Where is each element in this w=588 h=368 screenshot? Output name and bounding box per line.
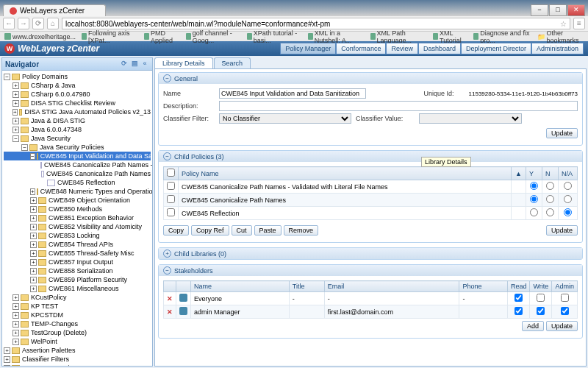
tree-node[interactable]: +CWE859 Platform Security bbox=[4, 275, 151, 284]
window-maximize[interactable]: □ bbox=[549, 4, 567, 16]
add-button[interactable]: Add bbox=[522, 321, 544, 331]
menu-button[interactable]: ≡ bbox=[573, 18, 585, 29]
tree-toggle[interactable]: + bbox=[30, 286, 37, 292]
tree-toggle[interactable]: + bbox=[12, 82, 19, 89]
copy-ref-button[interactable]: Copy Ref bbox=[191, 225, 229, 236]
tree-node[interactable]: +Governor Mappings bbox=[4, 364, 151, 366]
tree-toggle[interactable]: + bbox=[12, 109, 18, 116]
table-row[interactable]: CWE845 Canonicalize Path Names - Validat… bbox=[164, 180, 578, 194]
radio-n[interactable] bbox=[546, 195, 554, 203]
tree-node[interactable]: +KP TEST bbox=[4, 302, 151, 311]
collapse-icon[interactable]: − bbox=[163, 74, 171, 82]
classifier-filter-select[interactable]: No Classifier bbox=[219, 113, 351, 124]
tree-node[interactable]: +KPCSTDM bbox=[4, 311, 151, 319]
window-close[interactable]: ✕ bbox=[567, 4, 585, 16]
tree-node[interactable]: +CSharp 6.0.0.47980 bbox=[4, 90, 151, 99]
tree-toggle[interactable]: + bbox=[30, 206, 37, 213]
bookmark-link[interactable]: XPath tutorial - basi... bbox=[247, 29, 302, 44]
table-row[interactable]: ✕admin Managerfirst.last@domain.com bbox=[164, 305, 578, 319]
select-all-checkbox[interactable] bbox=[167, 169, 175, 177]
tree-node[interactable]: CWE845 Canonicalize Path Names - Validat… bbox=[4, 160, 151, 169]
admin-checkbox[interactable] bbox=[561, 307, 569, 315]
tab-library-details[interactable]: Library Details bbox=[154, 57, 213, 68]
cut-button[interactable]: Cut bbox=[232, 225, 252, 236]
radio-na[interactable] bbox=[564, 208, 572, 216]
radio-y[interactable] bbox=[530, 182, 538, 190]
tree-toggle[interactable]: + bbox=[12, 127, 19, 133]
copy-button[interactable]: Copy bbox=[163, 225, 189, 236]
collapse-icon[interactable]: « bbox=[140, 60, 149, 68]
tree-node[interactable]: +DISA STIG Checklist Review bbox=[4, 99, 151, 107]
radio-y[interactable] bbox=[530, 208, 538, 216]
bookmark-link[interactable]: XML Tutorial bbox=[433, 29, 467, 44]
tree-toggle[interactable]: + bbox=[4, 356, 10, 363]
read-checkbox[interactable] bbox=[514, 307, 523, 315]
nav-policy-manager[interactable]: Policy Manager bbox=[280, 43, 336, 54]
tree-node[interactable]: −Java Security bbox=[4, 134, 151, 143]
reload-button[interactable]: ⟳ bbox=[32, 18, 44, 29]
tree-toggle[interactable]: + bbox=[30, 197, 37, 204]
write-checkbox[interactable] bbox=[537, 294, 545, 302]
tree-node[interactable]: +TEMP-Changes bbox=[4, 319, 151, 328]
table-row[interactable]: CWE845 Reflection bbox=[164, 207, 578, 220]
back-button[interactable]: ← bbox=[3, 18, 15, 29]
description-input[interactable] bbox=[219, 101, 578, 111]
tab-search[interactable]: Search bbox=[214, 57, 251, 68]
table-row[interactable]: ✕Everyone--- bbox=[164, 292, 578, 305]
forward-button[interactable]: → bbox=[18, 18, 29, 29]
address-bar[interactable]: localhost:8080/weblayers-center/web/main… bbox=[62, 18, 570, 29]
tree-toggle[interactable]: + bbox=[30, 259, 37, 266]
tree-node[interactable]: +CWE855 Thread-Safety Misc bbox=[4, 249, 151, 258]
tree-toggle[interactable]: + bbox=[30, 250, 37, 257]
update-button[interactable]: Update bbox=[546, 321, 578, 331]
tree-node[interactable]: +Classifier Filters bbox=[4, 355, 151, 364]
window-minimize[interactable]: − bbox=[531, 4, 548, 16]
delete-icon[interactable]: ✕ bbox=[167, 295, 173, 302]
radio-y[interactable] bbox=[530, 195, 538, 203]
update-button[interactable]: Update bbox=[546, 225, 578, 236]
bookmark-link[interactable]: Diagnose and fix pro... bbox=[473, 29, 531, 44]
tree-toggle[interactable]: + bbox=[12, 91, 19, 98]
bookmark-star-icon[interactable]: ☆ bbox=[560, 20, 567, 28]
tree-node[interactable]: +CWE861 Miscellaneous bbox=[4, 284, 151, 293]
tree-toggle[interactable]: − bbox=[12, 135, 19, 142]
radio-na[interactable] bbox=[564, 182, 572, 190]
home-button[interactable]: ⌂ bbox=[47, 18, 59, 29]
tree-toggle[interactable]: + bbox=[12, 303, 19, 310]
table-row[interactable]: CWE845 Canonicalize Path Names bbox=[164, 194, 578, 207]
tree-toggle[interactable]: + bbox=[12, 321, 19, 328]
tree[interactable]: −Policy Domains +CSharp & Java+CSharp 6.… bbox=[2, 71, 152, 366]
nav-review[interactable]: Review bbox=[386, 43, 418, 54]
tree-node[interactable]: +Java & DISA STIG bbox=[4, 116, 151, 125]
tree-node[interactable]: +CWE857 Input Output bbox=[4, 258, 151, 266]
radio-n[interactable] bbox=[546, 182, 554, 190]
tree-node[interactable]: +Assertion Palettes bbox=[4, 346, 151, 355]
tree-toggle[interactable]: + bbox=[30, 233, 37, 239]
tree-toggle[interactable]: + bbox=[4, 365, 10, 367]
tree-toggle[interactable]: + bbox=[12, 118, 19, 124]
tree-toggle[interactable]: − bbox=[4, 74, 10, 80]
nav-conformance[interactable]: Conformance bbox=[336, 43, 386, 54]
tree-node[interactable]: +CWE853 Locking bbox=[4, 231, 151, 240]
row-checkbox[interactable] bbox=[167, 195, 175, 203]
row-checkbox[interactable] bbox=[167, 208, 175, 216]
tree-toggle[interactable]: + bbox=[30, 224, 37, 230]
read-checkbox[interactable] bbox=[514, 294, 523, 302]
tree-toggle[interactable]: + bbox=[30, 215, 37, 222]
tree-toggle[interactable]: − bbox=[21, 144, 28, 151]
tree-node[interactable]: +TestGroup (Delete) bbox=[4, 328, 151, 337]
nav-dashboard[interactable]: Dashboard bbox=[418, 43, 461, 54]
tree-toggle[interactable]: + bbox=[12, 100, 19, 107]
classifier-value-select[interactable] bbox=[419, 113, 522, 124]
tree-node[interactable]: +CSharp & Java bbox=[4, 81, 151, 90]
tree-toggle[interactable]: + bbox=[12, 312, 19, 319]
tree-node[interactable]: +CWE858 Serialization bbox=[4, 266, 151, 275]
remove-button[interactable]: Remove bbox=[284, 225, 319, 236]
paste-button[interactable]: Paste bbox=[254, 225, 282, 236]
name-input[interactable] bbox=[219, 88, 366, 99]
tree-node[interactable]: +DISA STIG Java Automated Policies v2_13 bbox=[4, 107, 151, 116]
collapse-icon[interactable]: − bbox=[163, 152, 171, 160]
tree-node[interactable]: +CWE849 Object Orientation bbox=[4, 196, 151, 205]
browser-tab[interactable]: WebLayers zCenter bbox=[3, 4, 106, 16]
nav-deployment-director[interactable]: Deployment Director bbox=[461, 43, 531, 54]
